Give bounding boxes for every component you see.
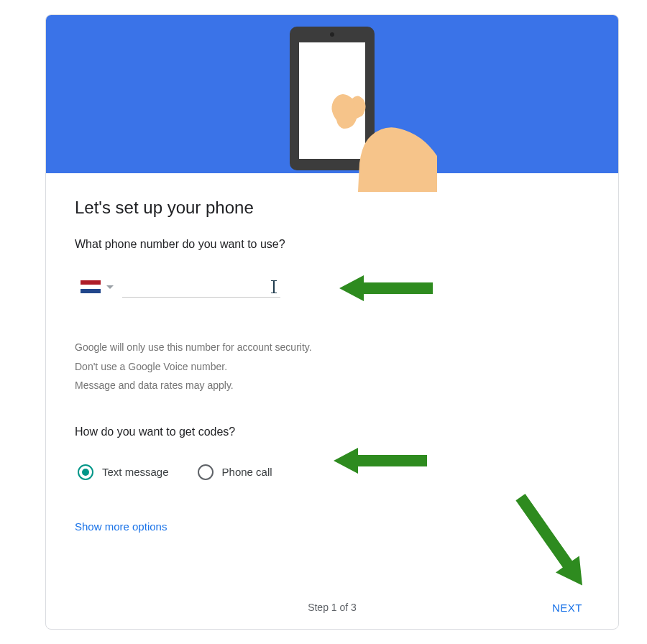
phone-input-wrap bbox=[122, 277, 280, 298]
disclaimer-line: Google will only use this number for acc… bbox=[75, 338, 589, 357]
disclaimer-line: Message and data rates may apply. bbox=[75, 376, 589, 395]
radio-label: Phone call bbox=[222, 466, 272, 478]
text-cursor-icon bbox=[269, 280, 279, 293]
step-indicator: Step 1 of 3 bbox=[308, 602, 357, 613]
phone-question: What phone number do you want to use? bbox=[75, 238, 589, 251]
radio-label: Text message bbox=[102, 466, 169, 478]
next-button[interactable]: NEXT bbox=[552, 602, 582, 614]
phone-input-row bbox=[75, 277, 589, 298]
radio-icon bbox=[198, 464, 214, 480]
radio-option-text-message[interactable]: Text message bbox=[78, 464, 169, 480]
disclaimer-text: Google will only use this number for acc… bbox=[75, 338, 589, 395]
page-title: Let's set up your phone bbox=[75, 198, 589, 218]
hand-illustration bbox=[315, 84, 437, 192]
radio-option-phone-call[interactable]: Phone call bbox=[198, 464, 272, 480]
chevron-down-icon bbox=[106, 285, 114, 289]
country-picker[interactable] bbox=[81, 280, 114, 298]
codes-radio-group: Text message Phone call bbox=[75, 464, 589, 480]
content-area: Let's set up your phone What phone numbe… bbox=[46, 173, 618, 533]
footer-bar: Step 1 of 3 NEXT bbox=[46, 602, 618, 613]
setup-phone-card: Let's set up your phone What phone numbe… bbox=[45, 14, 619, 630]
codes-question: How do you want to get codes? bbox=[75, 426, 589, 438]
disclaimer-line: Don't use a Google Voice number. bbox=[75, 357, 589, 377]
hero-banner bbox=[46, 15, 618, 173]
show-more-options-link[interactable]: Show more options bbox=[75, 520, 167, 533]
flag-icon-netherlands bbox=[81, 280, 101, 293]
radio-icon bbox=[78, 464, 93, 480]
phone-number-input[interactable] bbox=[122, 277, 280, 298]
